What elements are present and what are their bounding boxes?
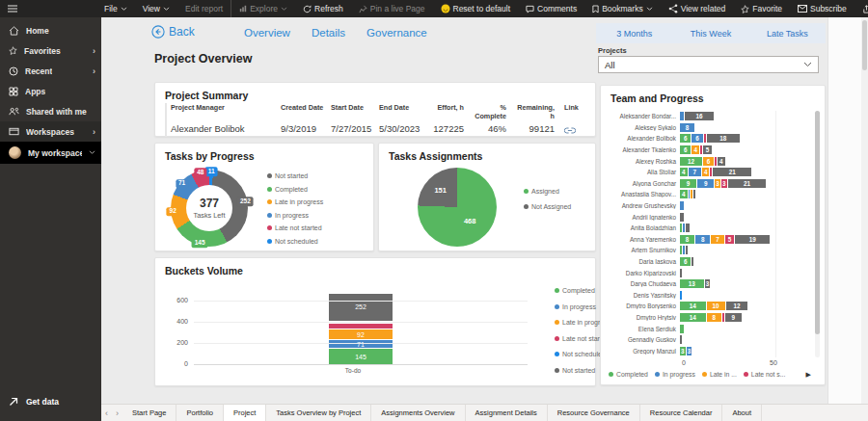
back-button[interactable]: Back xyxy=(151,25,195,39)
page-tab-assignment-details[interactable]: Assignment Details xyxy=(466,405,548,421)
tasks-by-progress-donut[interactable]: 377 Tasks Left 11252145927148 xyxy=(171,170,248,247)
progress-legend-not-started[interactable]: Not started xyxy=(267,172,323,179)
bar-segment-not-started[interactable] xyxy=(686,224,690,232)
bar-segment-late-in-progress[interactable]: 10 xyxy=(707,302,725,310)
bar-segment-completed[interactable]: 13 xyxy=(680,279,704,288)
slice-label-not-started[interactable]: 252 xyxy=(237,197,254,206)
bar-segment-not-started[interactable] xyxy=(680,213,684,222)
progress-legend-late-in-progress[interactable]: Late in progress xyxy=(267,198,323,205)
bar-segment-completed[interactable]: 12 xyxy=(680,157,702,166)
bar-segment-late-not-started[interactable] xyxy=(700,145,702,154)
bar-segment-late-not-started[interactable] xyxy=(710,168,712,176)
team-legend-late-not-s[interactable]: Late not s... xyxy=(744,371,786,378)
bar-segment-in-progress[interactable] xyxy=(680,201,684,210)
bar-segment-completed[interactable]: 6 xyxy=(680,257,691,266)
sidebar-item-shared-with-me[interactable]: Shared with me xyxy=(0,101,101,121)
slice-label-not-assigned[interactable]: 151 xyxy=(434,185,447,194)
bar-segment-in-progress[interactable]: 3 xyxy=(687,347,692,355)
tabs-next-arrow[interactable]: › xyxy=(112,405,122,421)
quick-button-late-tasks[interactable]: Late Tasks xyxy=(749,23,826,43)
tasks-assignments-pie[interactable]: 468151 xyxy=(418,168,497,247)
team-legend-in-progress[interactable]: In progress xyxy=(655,371,695,378)
topbar-item-bookmarks[interactable]: Bookmarks xyxy=(584,0,661,17)
bar-segment-not-started[interactable]: 5 xyxy=(703,145,713,154)
bar-segment-late-not-started[interactable]: 3 xyxy=(721,179,727,188)
summary-link-cell[interactable] xyxy=(564,123,587,137)
topbar-item-edit-report[interactable]: Edit report xyxy=(177,0,231,17)
bar-segment-completed[interactable]: 14 xyxy=(680,313,706,322)
bar-segment-late-in-progress[interactable]: 4 xyxy=(702,168,710,176)
sidebar-item-recent[interactable]: Recent› xyxy=(0,61,101,81)
sidebar-item-home[interactable]: Home xyxy=(0,20,101,40)
team-scrollbar[interactable] xyxy=(815,111,820,357)
report-tab-overview[interactable]: Overview xyxy=(244,27,290,39)
legend-more-icon[interactable]: ▶ xyxy=(806,371,811,379)
slice-label-not-scheduled[interactable]: 11 xyxy=(205,167,218,176)
slice-label-assigned[interactable]: 468 xyxy=(464,216,476,224)
sidebar-item-workspaces[interactable]: Workspaces› xyxy=(0,121,101,142)
bar-segment-late-in-progress[interactable]: 3 xyxy=(715,179,720,188)
tabs-prev-arrow[interactable]: ‹ xyxy=(101,405,112,421)
bar-segment-not-started[interactable] xyxy=(693,190,695,198)
bar-segment-completed[interactable]: 6 xyxy=(680,134,691,143)
progress-legend-completed[interactable]: Completed xyxy=(267,186,323,193)
pie-circle[interactable] xyxy=(418,168,497,247)
slice-label-completed[interactable]: 145 xyxy=(192,239,208,249)
bar-segment-completed[interactable]: 4 xyxy=(680,190,688,198)
bar-segment-not-started[interactable]: 21 xyxy=(713,168,751,176)
topbar-item-reset-to-default[interactable]: Reset to default xyxy=(433,0,519,17)
bar-segment-late-not-started[interactable] xyxy=(329,324,393,329)
bar-segment-in-progress[interactable] xyxy=(689,190,691,198)
page-scrollbar-thumb[interactable] xyxy=(862,20,867,70)
bar-segment-in-progress[interactable]: 71 xyxy=(329,340,393,348)
bar-segment-completed[interactable] xyxy=(680,325,684,333)
projects-dropdown[interactable]: All xyxy=(598,56,819,73)
bar-segment-not-started[interactable]: 3 xyxy=(705,279,711,288)
bar-segment-in-progress[interactable] xyxy=(680,112,684,120)
bar-segment-late-in-progress[interactable]: 6 xyxy=(703,157,714,166)
page-tab-resource-governance[interactable]: Resource Governance xyxy=(548,405,640,421)
page-scrollbar[interactable] xyxy=(861,17,868,404)
slice-label-late-not-started[interactable]: 48 xyxy=(194,168,206,177)
topbar-item-pin-a-live-page[interactable]: Pin a live Page xyxy=(351,0,433,17)
bar-segment-late-in-progress[interactable]: 4 xyxy=(692,145,699,154)
bar-segment-in-progress[interactable] xyxy=(683,224,685,232)
progress-legend-late-not-started[interactable]: Late not started xyxy=(267,224,323,231)
progress-legend-in-progress[interactable]: In progress xyxy=(267,212,323,219)
bar-segment-completed[interactable]: 9 xyxy=(680,179,696,188)
topbar-item-refresh[interactable]: Refresh xyxy=(295,0,351,17)
bar-segment-not-started[interactable]: 9 xyxy=(725,313,742,322)
bar-segment-not-started[interactable] xyxy=(680,335,682,344)
bar-segment-completed[interactable] xyxy=(680,224,682,232)
hamburger-menu-icon[interactable] xyxy=(8,5,17,13)
bar-segment-late-not-started[interactable] xyxy=(715,157,717,166)
assignments-legend-not-assigned[interactable]: Not Assigned xyxy=(524,203,571,210)
bar-segment-completed[interactable] xyxy=(680,246,682,254)
bar-segment-in-progress[interactable]: 6 xyxy=(692,134,702,143)
bar-segment-not-started[interactable]: 21 xyxy=(728,179,767,188)
page-tab-about[interactable]: About xyxy=(722,405,762,421)
slice-label-late-in-progress[interactable]: 92 xyxy=(167,207,179,217)
report-tab-details[interactable]: Details xyxy=(312,27,345,39)
quick-button-3-months[interactable]: 3 Months xyxy=(596,23,672,43)
slice-label-in-progress[interactable]: 71 xyxy=(176,179,188,189)
bar-segment-not-started[interactable]: 252 xyxy=(329,294,393,321)
team-legend-late-in[interactable]: Late in ... xyxy=(702,371,737,378)
topbar-item-share[interactable]: Share xyxy=(854,0,868,17)
topbar-item-view-related[interactable]: View related xyxy=(661,0,734,17)
bar-segment-not-started[interactable]: 19 xyxy=(735,235,770,244)
bar-segment-late-in-progress[interactable]: 92 xyxy=(329,329,393,339)
page-tab-resource-calendar[interactable]: Resource Calendar xyxy=(640,405,723,421)
bar-segment-completed[interactable]: 4 xyxy=(680,168,688,176)
bar-segment-not-started[interactable] xyxy=(692,257,693,266)
bar-segment-in-progress[interactable]: 8 xyxy=(695,235,710,244)
topbar-item-file[interactable]: File xyxy=(96,0,135,17)
page-tab-project[interactable]: Project xyxy=(224,405,266,421)
team-legend-completed[interactable]: Completed xyxy=(609,371,648,378)
bar-segment-in-progress[interactable] xyxy=(683,246,685,254)
quick-button-this-week[interactable]: This Week xyxy=(672,23,748,43)
topbar-item-view[interactable]: View xyxy=(135,0,177,17)
page-tab-tasks-overview-by-project[interactable]: Tasks Overview by Project xyxy=(266,405,371,421)
progress-legend-not-scheduled[interactable]: Not scheduled xyxy=(267,238,323,245)
topbar-item-explore[interactable]: Explore xyxy=(231,0,295,17)
